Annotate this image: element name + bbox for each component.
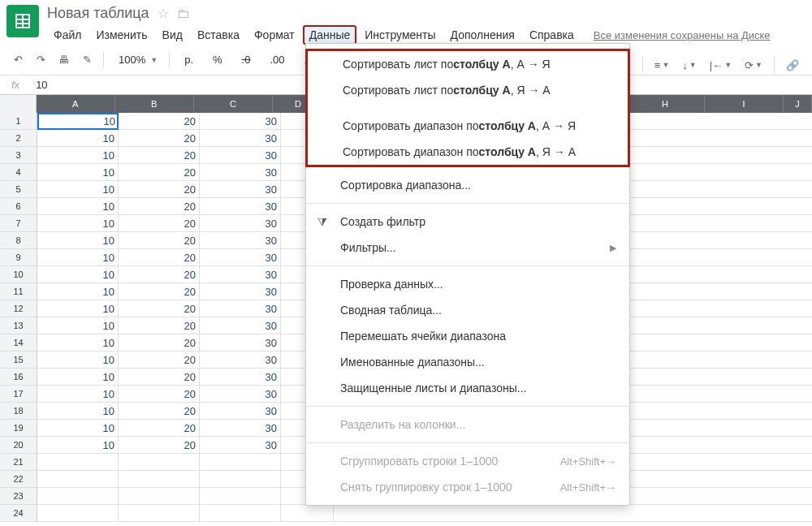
decrease-decimal-button[interactable]: .0	[234, 50, 259, 70]
redo-button[interactable]: ↷	[31, 50, 50, 70]
cell[interactable]: 20	[119, 351, 200, 369]
cell[interactable]	[119, 505, 200, 522]
cell[interactable]: 20	[119, 266, 200, 283]
col-header-A[interactable]: A	[37, 95, 115, 113]
col-header-I[interactable]: I	[705, 95, 784, 113]
undo-button[interactable]: ↶	[8, 50, 28, 70]
row-header[interactable]: 1	[0, 113, 37, 130]
row-header[interactable]: 24	[0, 505, 37, 522]
row-header[interactable]: 8	[0, 232, 37, 249]
cell[interactable]	[37, 505, 119, 522]
menu-help[interactable]: Справка	[523, 25, 581, 45]
cell[interactable]	[119, 488, 200, 505]
cell[interactable]	[200, 454, 281, 471]
wrap-button[interactable]: |←▼	[705, 55, 736, 75]
cell[interactable]	[37, 488, 119, 505]
menu-edit[interactable]: Изменить	[89, 25, 153, 45]
sort-range-az[interactable]: Сортировать диапазон по столбцу A, А → Я	[309, 113, 627, 139]
cell[interactable]: 20	[119, 249, 200, 266]
row-header[interactable]: 16	[0, 369, 37, 386]
select-all-corner[interactable]	[0, 95, 37, 113]
cell[interactable]	[334, 505, 812, 522]
row-header[interactable]: 21	[0, 454, 37, 471]
cell[interactable]: 20	[119, 283, 200, 300]
cell[interactable]: 30	[200, 317, 281, 334]
cell[interactable]: 30	[200, 334, 281, 351]
cell[interactable]: 20	[119, 198, 200, 215]
cell[interactable]: 30	[200, 198, 281, 215]
cell[interactable]: 20	[119, 420, 200, 437]
cell[interactable]: 30	[200, 283, 281, 300]
cell[interactable]: 20	[119, 113, 200, 130]
link-button[interactable]: 🔗	[781, 55, 804, 75]
cell[interactable]: 30	[200, 386, 281, 403]
cell[interactable]: 30	[200, 300, 281, 317]
cell[interactable]: 10	[37, 164, 119, 181]
cell[interactable]: 10	[37, 403, 119, 420]
cell[interactable]: 10	[37, 215, 119, 232]
sort-range-za[interactable]: Сортировать диапазон по столбцу A, Я → А	[309, 139, 627, 165]
col-header-B[interactable]: B	[115, 95, 194, 113]
cell[interactable]: 20	[119, 130, 200, 147]
cell[interactable]: 30	[200, 403, 281, 420]
cell[interactable]: 10	[37, 300, 119, 317]
cell[interactable]: 20	[119, 403, 200, 420]
cell[interactable]	[200, 505, 281, 522]
cell[interactable]: 10	[37, 198, 119, 215]
sort-range-dialog[interactable]: Сортировка диапазона...	[306, 172, 629, 198]
align-button[interactable]: ≡▼	[650, 55, 675, 75]
data-validation[interactable]: Проверка данных...	[306, 271, 629, 297]
cell[interactable]: 30	[200, 164, 281, 181]
row-header[interactable]: 10	[0, 266, 37, 283]
increase-decimal-button[interactable]: .00	[261, 50, 292, 70]
cell[interactable]: 10	[37, 249, 119, 266]
cell[interactable]: 10	[37, 266, 119, 283]
cell[interactable]	[281, 505, 334, 522]
menu-file[interactable]: Файл	[47, 25, 88, 45]
cell[interactable]: 30	[200, 249, 281, 266]
create-filter[interactable]: ⧩ Создать фильтр	[306, 209, 629, 235]
row-header[interactable]: 9	[0, 249, 37, 266]
row-header[interactable]: 17	[0, 386, 37, 403]
cell[interactable]: 20	[119, 164, 200, 181]
currency-button[interactable]: р.	[176, 50, 201, 70]
cell[interactable]	[200, 488, 281, 505]
cell[interactable]	[119, 471, 200, 488]
cell[interactable]: 20	[119, 232, 200, 249]
cell[interactable]: 20	[119, 334, 200, 351]
protected-sheets[interactable]: Защищенные листы и диапазоны...	[306, 375, 629, 401]
cell[interactable]: 30	[200, 369, 281, 386]
named-ranges[interactable]: Именованные диапазоны...	[306, 349, 629, 375]
percent-button[interactable]: %	[205, 50, 231, 70]
row-header[interactable]: 4	[0, 164, 37, 181]
valign-button[interactable]: ↓▼	[677, 55, 701, 75]
cell[interactable]: 10	[37, 232, 119, 249]
zoom-select[interactable]: 100%▼	[110, 50, 162, 70]
cell[interactable]: 30	[200, 215, 281, 232]
row-header[interactable]: 19	[0, 420, 37, 437]
cell[interactable]: 10	[37, 147, 119, 164]
cell[interactable]: 10	[37, 420, 119, 437]
row-header[interactable]: 15	[0, 351, 37, 369]
cell[interactable]: 30	[200, 232, 281, 249]
cell[interactable]: 30	[200, 266, 281, 283]
row-header[interactable]: 3	[0, 147, 37, 164]
menu-format[interactable]: Формат	[248, 25, 301, 45]
row-header[interactable]: 5	[0, 181, 37, 198]
cell[interactable]	[37, 454, 119, 471]
cell[interactable]: 10	[37, 386, 119, 403]
cell[interactable]: 20	[119, 386, 200, 403]
menu-tools[interactable]: Инструменты	[358, 25, 442, 45]
randomize-range[interactable]: Перемешать ячейки диапазона	[306, 323, 629, 349]
cell[interactable]: 10	[37, 181, 119, 198]
cell[interactable]: 10	[37, 283, 119, 300]
menu-view[interactable]: Вид	[156, 25, 189, 45]
cell[interactable]	[200, 471, 281, 488]
cell[interactable]: 10	[37, 113, 119, 130]
row-header[interactable]: 7	[0, 215, 37, 232]
row-header[interactable]: 23	[0, 488, 37, 505]
sheets-logo[interactable]	[6, 5, 39, 37]
cell[interactable]: 20	[119, 369, 200, 386]
row-header[interactable]: 13	[0, 317, 37, 334]
row-header[interactable]: 6	[0, 198, 37, 215]
